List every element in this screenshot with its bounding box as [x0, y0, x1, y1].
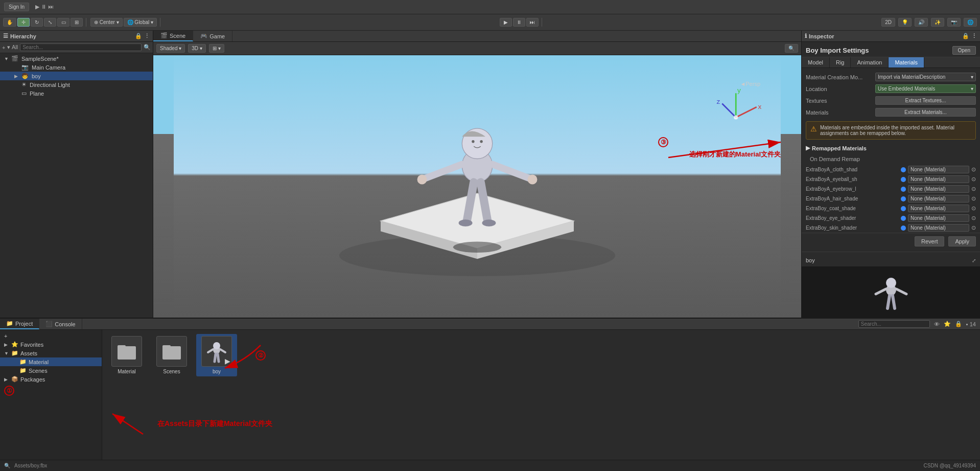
favorites-icon: ⭐ [11, 341, 18, 348]
game-tab[interactable]: 🎮 Game [193, 31, 232, 41]
annotation3-text: 选择刚才新建的Material文件夹 [689, 150, 781, 159]
step-button[interactable]: ⏭ [526, 18, 539, 27]
material-target-4[interactable]: ⊙ [971, 205, 976, 212]
material-target-5[interactable]: ⊙ [971, 215, 976, 221]
material-target-0[interactable]: ⊙ [971, 166, 976, 173]
lighting-button[interactable]: 💡 [898, 18, 912, 27]
2d-button[interactable]: 2D [881, 18, 895, 27]
favorites-expand-icon: ▶ [4, 342, 9, 347]
bottom-content: + ▶ ⭐ Favorites ▼ 📁 Assets 📁 Material 📁 … [0, 330, 980, 460]
play-button[interactable]: ▶ [500, 18, 512, 27]
hierarchy-item-directional-light[interactable]: ☀ Directional Light [0, 80, 153, 89]
material-target-3[interactable]: ⊙ [971, 195, 976, 202]
gizmo-button[interactable]: 🌐 [964, 18, 977, 27]
hierarchy-item-boy[interactable]: ▶ 🧒 boy [0, 72, 153, 80]
scene-search-button[interactable]: 🔍 [785, 44, 798, 53]
material-field-1[interactable] [908, 175, 969, 183]
hierarchy-header: ☰ Hierarchy 🔒 ⋮ [0, 31, 153, 42]
tab-model[interactable]: Model [802, 57, 830, 68]
scene-3d-dropdown[interactable]: 3D ▾ [188, 44, 206, 53]
material-field-3[interactable] [908, 195, 969, 203]
pivot-button[interactable]: ⊕ Center ▾ [90, 18, 123, 27]
hierarchy-item-plane[interactable]: ▭ Plane [0, 89, 153, 98]
project-search-input[interactable] [858, 320, 930, 328]
expand-preview-icon[interactable]: ⤢ [972, 258, 976, 263]
location-dropdown[interactable]: Use Embedded Materials ▾ [875, 84, 976, 93]
material-creation-dropdown[interactable]: Import via MaterialDescription ▾ [875, 73, 976, 81]
remapped-materials-header[interactable]: ▶ Remapped Materials [802, 143, 980, 153]
tab-materials[interactable]: Materials [889, 57, 924, 68]
project-tab[interactable]: 📁 Project [0, 319, 39, 329]
hand-tool-button[interactable]: ✋ [3, 18, 16, 27]
console-tab[interactable]: ⬛ Console [39, 319, 82, 329]
game-tab-label: Game [209, 33, 225, 39]
material-dot-6 [901, 226, 906, 231]
open-button[interactable]: Open [952, 46, 976, 55]
game-tab-icon: 🎮 [200, 33, 207, 39]
remapped-name-3: ExtraBoyA_hair_shade [806, 196, 899, 201]
file-item-material[interactable]: Material [106, 334, 147, 376]
material-target-6[interactable]: ⊙ [971, 225, 976, 231]
tree-add-icon: + [4, 333, 7, 339]
move-tool-button[interactable]: ✛ [17, 18, 30, 27]
top-bar: Sign In ▶ ⏸ ⏭ [0, 0, 980, 14]
extract-textures-button[interactable]: Extract Textures... [875, 96, 976, 105]
tab-rig[interactable]: Rig [830, 57, 851, 68]
signin-button[interactable]: Sign In [4, 3, 29, 11]
revert-button[interactable]: Revert [915, 236, 944, 246]
play-overlay-icon: ▶ [225, 357, 230, 365]
material-field-2[interactable] [908, 185, 969, 193]
view-tabs: 🎬 Scene 🎮 Game [153, 31, 801, 42]
lock2-icon[interactable]: 🔒 [955, 321, 962, 327]
project-tab-label: Project [15, 321, 33, 327]
svg-point-13 [528, 175, 538, 185]
audio-button[interactable]: 🔊 [915, 18, 928, 27]
boy-label: boy [32, 73, 41, 79]
rect-tool-button[interactable]: ▭ [57, 18, 69, 27]
tree-packages[interactable]: ▶ 📦 Packages [0, 375, 102, 384]
svg-point-5 [453, 242, 502, 253]
file-item-boy[interactable]: ▶ boy [196, 334, 237, 376]
apply-button[interactable]: Apply [948, 236, 976, 246]
scene-shading-dropdown[interactable]: Shaded ▾ [156, 44, 185, 53]
tree-favorites[interactable]: ▶ ⭐ Favorites [0, 340, 102, 349]
svg-rect-36 [162, 345, 171, 348]
star-icon[interactable]: ⭐ [944, 321, 951, 327]
eye-icon[interactable]: 👁 [934, 321, 940, 327]
material-field-5[interactable] [908, 214, 969, 222]
remapped-name-1: ExtraBoyA_eyeball_sh [806, 176, 899, 182]
material-field-0[interactable] [908, 166, 969, 173]
remapped-item-2: ExtraBoyA_eyebrow_l ⊙ [802, 184, 980, 194]
tree-add-button[interactable]: + [0, 332, 102, 340]
inspector-lock-icon[interactable]: 🔒 [962, 33, 969, 39]
tab-animation[interactable]: Animation [851, 57, 889, 68]
hierarchy-menu-icon[interactable]: ⋮ [144, 33, 150, 39]
inspector-menu-icon[interactable]: ⋮ [971, 33, 977, 39]
scene-gizmos-dropdown[interactable]: ⊞ ▾ [209, 44, 224, 53]
transform-all-button[interactable]: ⊞ [71, 18, 83, 27]
material-target-2[interactable]: ⊙ [971, 186, 976, 192]
add-hierarchy-button[interactable]: + [2, 44, 5, 51]
project-tab-icon: 📁 [6, 320, 13, 327]
file-item-scenes[interactable]: Scenes [151, 334, 192, 376]
scenes-thumbnail [156, 336, 187, 367]
hierarchy-item-main-camera[interactable]: 📷 Main Camera [0, 63, 153, 72]
rotate-tool-button[interactable]: ↻ [31, 18, 43, 27]
hierarchy-lock-icon[interactable]: 🔒 [135, 33, 142, 39]
tree-assets[interactable]: ▼ 📁 Assets [0, 349, 102, 357]
packages-label: Packages [20, 376, 45, 383]
material-field-4[interactable] [908, 205, 969, 212]
scale-tool-button[interactable]: ⤡ [44, 18, 56, 27]
hierarchy-scene-item[interactable]: ▼ 🎬 SampleScene* [0, 54, 153, 63]
scene-tab[interactable]: 🎬 Scene [153, 31, 193, 41]
material-target-1[interactable]: ⊙ [971, 176, 976, 183]
fx-button[interactable]: ✨ [931, 18, 944, 27]
hierarchy-search-input[interactable] [20, 43, 142, 51]
pause-button[interactable]: ⏸ [513, 18, 525, 27]
tree-scenes-folder[interactable]: 📁 Scenes [0, 366, 102, 375]
tree-material-folder[interactable]: 📁 Material [0, 357, 102, 366]
global-button[interactable]: 🌐 Global ▾ [124, 18, 157, 27]
material-field-6[interactable] [908, 224, 969, 232]
extract-materials-button[interactable]: Extract Materials... [875, 108, 976, 117]
camera-button[interactable]: 📷 [947, 18, 961, 27]
